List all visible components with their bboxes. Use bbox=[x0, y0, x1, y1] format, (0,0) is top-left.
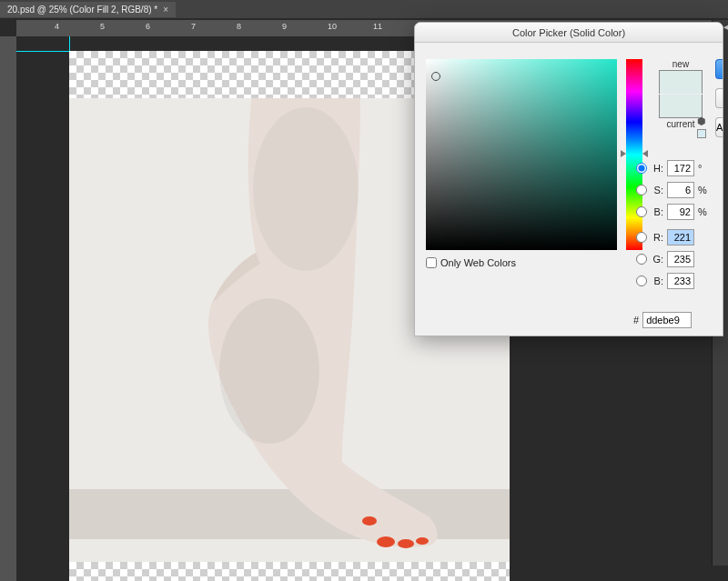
new-color-label: new bbox=[653, 59, 708, 69]
red-radio[interactable] bbox=[636, 232, 647, 243]
brightness-input[interactable] bbox=[667, 204, 694, 220]
ruler-tick: 6 bbox=[146, 22, 150, 31]
ok-button[interactable] bbox=[715, 59, 723, 79]
hue-slider-thumb[interactable] bbox=[621, 150, 626, 157]
hue-input[interactable] bbox=[667, 160, 694, 176]
ruler-tick: 4 bbox=[55, 22, 59, 31]
blue-radio[interactable] bbox=[636, 275, 647, 286]
ruler-vertical[interactable] bbox=[0, 36, 16, 581]
blue-input[interactable] bbox=[667, 273, 694, 289]
ruler-tick: 11 bbox=[373, 22, 382, 31]
saturation-brightness-field[interactable] bbox=[426, 59, 617, 250]
ruler-tick: 8 bbox=[237, 22, 241, 31]
saturation-unit: % bbox=[698, 185, 707, 195]
color-picker-dialog: Color Picker (Solid Color) new current ⬢… bbox=[414, 22, 723, 336]
document-tab-bar: 20.psd @ 25% (Color Fill 2, RGB/8) * × bbox=[0, 0, 728, 18]
saturation-input[interactable] bbox=[667, 182, 694, 198]
ruler-tick: 9 bbox=[282, 22, 287, 31]
transparent-area bbox=[69, 562, 510, 581]
add-swatch-button[interactable]: A bbox=[715, 117, 723, 137]
blue-label: B: bbox=[651, 275, 663, 286]
green-radio[interactable] bbox=[636, 254, 647, 265]
saturation-label: S: bbox=[651, 185, 663, 195]
hue-slider-thumb[interactable] bbox=[642, 150, 648, 157]
svg-point-5 bbox=[398, 539, 414, 548]
green-label: G: bbox=[651, 254, 663, 265]
brightness-label: B: bbox=[651, 206, 663, 217]
svg-rect-1 bbox=[69, 489, 510, 539]
svg-point-3 bbox=[219, 298, 319, 444]
hex-label: # bbox=[633, 315, 639, 326]
only-web-colors-label: Only Web Colors bbox=[440, 257, 516, 268]
document-tab-title: 20.psd @ 25% (Color Fill 2, RGB/8) * bbox=[7, 5, 157, 15]
svg-point-2 bbox=[253, 107, 359, 271]
brightness-unit: % bbox=[698, 206, 707, 217]
brightness-radio[interactable] bbox=[636, 206, 647, 217]
hue-radio[interactable] bbox=[636, 163, 647, 174]
hue-label: H: bbox=[651, 163, 663, 174]
gamut-warning-icon[interactable]: ⬢ bbox=[697, 115, 706, 127]
ruler-tick: 7 bbox=[191, 22, 196, 31]
current-color-swatch[interactable] bbox=[659, 95, 703, 118]
saturation-radio[interactable] bbox=[636, 185, 647, 195]
svg-point-7 bbox=[362, 516, 377, 526]
red-label: R: bbox=[651, 232, 663, 243]
green-input[interactable] bbox=[667, 251, 694, 267]
color-field-marker[interactable] bbox=[431, 72, 440, 81]
only-web-colors-checkbox[interactable] bbox=[426, 257, 437, 268]
websafe-swatch[interactable] bbox=[697, 129, 706, 138]
ruler-tick: 10 bbox=[328, 22, 337, 31]
ruler-tick: 5 bbox=[100, 22, 105, 31]
document-tab[interactable]: 20.psd @ 25% (Color Fill 2, RGB/8) * × bbox=[0, 2, 176, 17]
new-color-swatch[interactable] bbox=[659, 70, 703, 94]
svg-point-4 bbox=[377, 536, 395, 547]
svg-point-6 bbox=[416, 537, 429, 545]
hex-input[interactable] bbox=[642, 312, 692, 328]
hue-unit: ° bbox=[698, 163, 707, 174]
red-input[interactable] bbox=[667, 229, 694, 245]
dialog-title: Color Picker (Solid Color) bbox=[415, 23, 723, 43]
cancel-button[interactable] bbox=[715, 88, 723, 108]
close-tab-icon[interactable]: × bbox=[163, 5, 168, 15]
